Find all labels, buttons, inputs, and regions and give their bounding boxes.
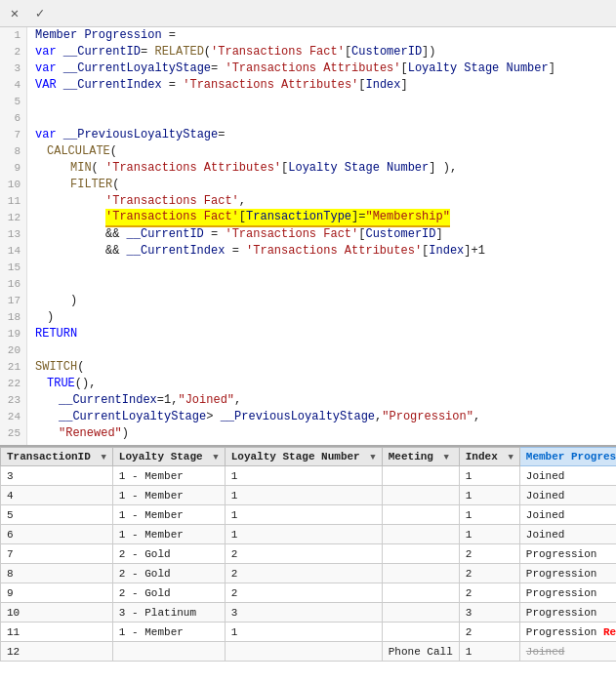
code-line-24: __CurrentLoyaltyStage> __PreviousLoyalty… (35, 409, 608, 425)
sort-arrow-meeting[interactable]: ▼ (444, 453, 449, 462)
cell-transaction-id: 11 (1, 623, 113, 642)
cell-loyalty-stage: 1 - Member (112, 623, 225, 642)
code-line-15 (35, 260, 608, 276)
code-line-14: && __CurrentIndex = 'Transactions Attrib… (35, 243, 608, 260)
code-line-21: SWITCH( (35, 359, 608, 376)
table-row: 82 - Gold22Progression (1, 564, 617, 583)
cell-index: 2 (459, 544, 519, 564)
cell-stage-number: 2 (225, 564, 382, 583)
cell-loyalty-stage: 3 - Platinum (112, 603, 225, 623)
code-line-7: var __PreviousLoyaltyStage= (35, 127, 608, 143)
sort-arrow-index[interactable]: ▼ (508, 453, 513, 462)
cell-loyalty-stage (112, 642, 225, 662)
cell-meeting (382, 603, 459, 623)
progression-extra-label: Renewed (596, 626, 616, 638)
cell-stage-number: 1 (225, 525, 382, 544)
cell-meeting (382, 564, 459, 583)
table-row: 12Phone Call1Joined (1, 642, 617, 662)
cell-transaction-id: 5 (1, 505, 113, 525)
code-line-12: 'Transactions Fact'[TransactionType]="Me… (35, 210, 608, 226)
confirm-button[interactable]: ✓ (31, 5, 49, 22)
cell-transaction-id: 10 (1, 603, 113, 623)
cell-member-progression: Joined (519, 466, 616, 486)
table-row: 61 - Member11Joined (1, 525, 617, 544)
code-line-6 (35, 110, 608, 127)
cell-loyalty-stage: 2 - Gold (112, 564, 225, 583)
cell-transaction-id: 4 (1, 486, 113, 505)
cell-meeting (382, 583, 459, 603)
col-header-loyalty-stage[interactable]: Loyalty Stage ▼ (112, 448, 225, 466)
cell-meeting (382, 623, 459, 642)
cell-loyalty-stage: 1 - Member (112, 486, 225, 505)
results-table: TransactionID ▼ Loyalty Stage ▼ Loyalty … (0, 447, 616, 662)
cell-transaction-id: 6 (1, 525, 113, 544)
cell-index: 1 (459, 466, 519, 486)
cell-member-progression: Joined (519, 525, 616, 544)
col-header-member-progression[interactable]: Member Progression ▼ (519, 448, 616, 466)
code-lines[interactable]: Member Progression = var __CurrentID= RE… (27, 27, 616, 445)
code-line-16 (35, 276, 608, 293)
code-line-5 (35, 94, 608, 110)
cell-member-progression: Progression Renewed (519, 623, 616, 642)
table-row: 72 - Gold22Progression (1, 544, 617, 564)
cell-transaction-id: 7 (1, 544, 113, 564)
table-row: 31 - Member11Joined (1, 466, 617, 486)
table-row: 41 - Member11Joined (1, 486, 617, 505)
table-row: 111 - Member12Progression Renewed (1, 623, 617, 642)
code-line-10: FILTER( (35, 177, 608, 193)
table-row: 103 - Platinum33Progression (1, 603, 617, 623)
col-header-transactionid[interactable]: TransactionID ▼ (1, 448, 113, 466)
cell-transaction-id: 3 (1, 466, 113, 486)
cell-index: 1 (459, 505, 519, 525)
cell-stage-number: 1 (225, 486, 382, 505)
cell-member-progression: Joined (519, 505, 616, 525)
code-line-23: __CurrentIndex=1,"Joined", (35, 392, 608, 409)
code-line-13: && __CurrentID = 'Transactions Fact'[Cus… (35, 226, 608, 243)
cell-index: 3 (459, 603, 519, 623)
cell-meeting (382, 505, 459, 525)
code-line-9: MIN( 'Transactions Attributes'[Loyalty S… (35, 160, 608, 177)
cell-meeting (382, 525, 459, 544)
code-line-18: ) (35, 309, 608, 326)
cell-loyalty-stage: 1 - Member (112, 505, 225, 525)
cell-stage-number: 1 (225, 505, 382, 525)
code-line-2: var __CurrentID= RELATED('Transactions F… (35, 44, 608, 60)
sort-arrow-transactionid[interactable]: ▼ (101, 453, 105, 462)
col-header-meeting[interactable]: Meeting ▼ (382, 448, 459, 466)
cell-meeting (382, 486, 459, 505)
cell-member-progression: Progression (519, 564, 616, 583)
sort-arrow-loyalty-stage[interactable]: ▼ (213, 453, 218, 462)
cell-transaction-id: 12 (1, 642, 113, 662)
code-line-11: 'Transactions Fact', (35, 193, 608, 210)
cell-index: 1 (459, 642, 519, 662)
cell-member-progression: Progression (519, 603, 616, 623)
cell-stage-number: 2 (225, 583, 382, 603)
cell-index: 2 (459, 564, 519, 583)
col-header-loyalty-stage-number[interactable]: Loyalty Stage Number ▼ (225, 448, 382, 466)
cancel-button[interactable]: ✕ (6, 5, 23, 22)
cell-stage-number (225, 642, 382, 662)
cell-meeting: Phone Call (382, 642, 459, 662)
cell-index: 2 (459, 623, 519, 642)
code-line-20 (35, 342, 608, 359)
cell-meeting (382, 544, 459, 564)
line-numbers: 12345 678910 1112131415 1617181920 21222… (0, 27, 27, 445)
cell-stage-number: 1 (225, 466, 382, 486)
cell-loyalty-stage: 2 - Gold (112, 544, 225, 564)
cell-index: 2 (459, 583, 519, 603)
cell-member-progression: Progression (519, 544, 616, 564)
cell-loyalty-stage: 2 - Gold (112, 583, 225, 603)
col-header-index[interactable]: Index ▼ (459, 448, 519, 466)
code-line-22: TRUE(), (35, 376, 608, 392)
code-line-17: ) (35, 293, 608, 309)
toolbar: ✕ ✓ (0, 0, 616, 27)
sort-arrow-loyalty-stage-number[interactable]: ▼ (370, 453, 375, 462)
cell-loyalty-stage: 1 - Member (112, 525, 225, 544)
table-row: 92 - Gold22Progression (1, 583, 617, 603)
cell-loyalty-stage: 1 - Member (112, 466, 225, 486)
cell-transaction-id: 8 (1, 564, 113, 583)
code-editor: 12345 678910 1112131415 1617181920 21222… (0, 27, 616, 447)
cell-stage-number: 2 (225, 544, 382, 564)
cell-member-progression: Joined (519, 642, 616, 662)
cell-member-progression: Joined (519, 486, 616, 505)
